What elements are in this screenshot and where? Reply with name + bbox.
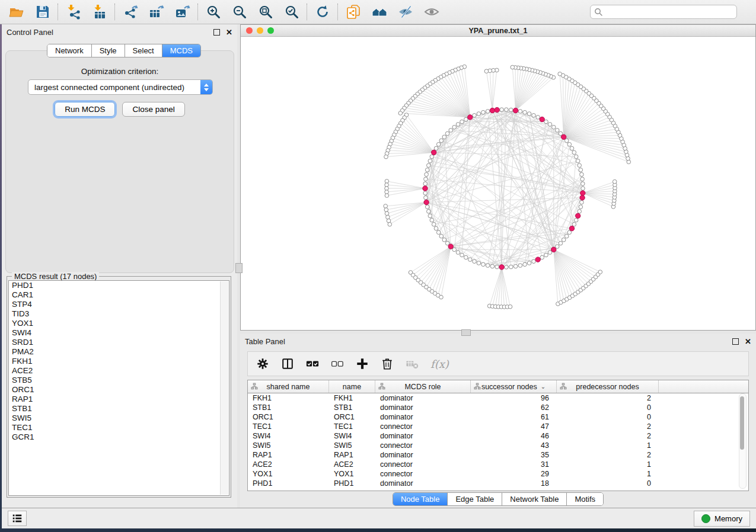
mcds-result-item[interactable]: ACE2 <box>9 366 229 376</box>
table-row[interactable]: FKH1FKH1dominator962 <box>248 393 748 403</box>
mcds-result-item[interactable]: GCR1 <box>9 432 229 442</box>
float-table-panel-icon[interactable] <box>732 338 739 345</box>
table-row[interactable]: STB1STB1dominator620 <box>248 403 748 412</box>
import-table-button[interactable] <box>89 3 110 21</box>
close-panel-icon[interactable]: ✕ <box>226 28 232 36</box>
mcds-result-item[interactable]: SRD1 <box>9 338 229 347</box>
network-canvas[interactable] <box>241 37 755 330</box>
select-all-button[interactable] <box>306 357 319 370</box>
tab-network[interactable]: Network <box>47 44 92 57</box>
table-row[interactable]: PHD1PHD1dominator180 <box>248 479 748 488</box>
tab-motifs[interactable]: Motifs <box>567 493 603 505</box>
settings-gear-icon <box>256 357 269 370</box>
settings-gear-button[interactable] <box>256 357 269 370</box>
memory-button[interactable]: Memory <box>694 511 750 527</box>
cell-shared-name: FKH1 <box>248 394 329 402</box>
zoom-selected-button[interactable] <box>281 3 302 21</box>
toggle-column-button[interactable] <box>281 357 294 370</box>
delete-table-button[interactable] <box>406 357 419 370</box>
zoom-selected-icon <box>284 4 299 20</box>
mcds-result-item[interactable]: SWI5 <box>9 414 229 423</box>
zoom-out-button[interactable] <box>229 3 250 21</box>
vertical-splitter-handle[interactable] <box>235 263 243 273</box>
network-titlebar[interactable]: YPA_prune.txt_1 <box>241 25 755 37</box>
tab-mcds[interactable]: MCDS <box>162 44 200 57</box>
run-mcds-button[interactable]: Run MCDS <box>55 102 115 117</box>
zoom-fit-button[interactable] <box>255 3 276 21</box>
column-header-shared-name[interactable]: shared name <box>248 380 329 393</box>
mcds-result-item[interactable]: RAP1 <box>9 395 229 404</box>
tab-node-table[interactable]: Node Table <box>393 493 448 505</box>
table-row[interactable]: TEC1TEC1connector472 <box>248 422 748 431</box>
cell-mcds-role: dominator <box>375 432 471 440</box>
first-neighbors-button[interactable] <box>369 3 390 21</box>
export-table-icon <box>149 4 164 20</box>
cell-mcds-role: dominator <box>375 451 471 459</box>
mcds-result-item[interactable]: ORC1 <box>9 385 229 395</box>
table-row[interactable]: RAP1RAP1dominator352 <box>248 450 748 460</box>
cell-mcds-role: dominator <box>375 394 471 402</box>
cell-mcds-role: dominator <box>375 479 471 488</box>
task-history-button[interactable] <box>8 511 27 526</box>
mcds-result-item[interactable]: TID3 <box>9 309 229 319</box>
mcds-result-item[interactable]: PHD1 <box>9 281 229 290</box>
column-header-predecessor-nodes[interactable]: predecessor nodes <box>557 380 659 393</box>
duplicate-network-icon <box>346 4 361 20</box>
table-scrollbar-thumb[interactable] <box>740 396 744 450</box>
show-all-button[interactable] <box>421 3 442 21</box>
optimization-dropdown[interactable]: largest connected component (undirected) <box>28 79 213 95</box>
hide-selected-button[interactable] <box>395 3 416 21</box>
table-row[interactable]: SWI5SWI5connector431 <box>248 441 748 450</box>
mcds-result-item[interactable]: CAR1 <box>9 290 229 300</box>
table-row[interactable]: YOX1YOX1connector291 <box>248 469 748 479</box>
node-table: shared namenameMCDS rolesuccessor nodes⌄… <box>247 380 749 491</box>
add-column-button[interactable] <box>356 357 369 370</box>
mcds-result-item[interactable]: FKH1 <box>9 357 229 366</box>
mcds-panel: Optimization criterion: largest connecte… <box>5 50 234 273</box>
table-panel-header: Table Panel ✕ <box>240 334 756 349</box>
optimization-label: Optimization criterion: <box>6 67 234 76</box>
import-network-button[interactable] <box>63 3 84 21</box>
mcds-result-item[interactable]: PMA2 <box>9 347 229 357</box>
control-tabs: NetworkStyleSelectMCDS <box>47 44 201 57</box>
close-panel-button[interactable]: Close panel <box>122 102 184 117</box>
export-network-button[interactable] <box>120 3 141 21</box>
cell-shared-name: ORC1 <box>248 413 329 421</box>
deselect-all-button[interactable] <box>331 357 344 370</box>
table-scrollbar[interactable] <box>739 393 747 489</box>
column-header-MCDS-role[interactable]: MCDS role <box>375 380 471 393</box>
float-panel-icon[interactable] <box>213 29 220 36</box>
cell-mcds-role: dominator <box>375 413 471 421</box>
mcds-result-item[interactable]: YOX1 <box>9 319 229 328</box>
mcds-result-item[interactable]: SWI4 <box>9 328 229 338</box>
tab-style[interactable]: Style <box>92 44 125 57</box>
cell-shared-name: SWI5 <box>248 441 329 450</box>
mcds-list-scrollbar[interactable] <box>220 281 228 495</box>
mcds-result-item[interactable]: STP4 <box>9 300 229 309</box>
close-table-panel-icon[interactable]: ✕ <box>745 338 751 345</box>
control-panel-header: Control Panel ✕ <box>2 24 237 40</box>
refresh-view-button[interactable] <box>312 3 333 21</box>
zoom-in-button[interactable] <box>203 3 224 21</box>
table-row[interactable]: SWI4SWI4dominator462 <box>248 431 748 441</box>
delete-column-button[interactable] <box>381 357 394 370</box>
mcds-result-item[interactable]: TEC1 <box>9 423 229 432</box>
tab-edge-table[interactable]: Edge Table <box>448 493 502 505</box>
column-header-name[interactable]: name <box>329 380 375 393</box>
tab-select[interactable]: Select <box>125 44 162 57</box>
duplicate-network-button[interactable] <box>343 3 364 21</box>
export-table-button[interactable] <box>146 3 167 21</box>
cell-predecessor-nodes: 0 <box>557 413 659 421</box>
export-image-button[interactable] <box>172 3 193 21</box>
save-session-button[interactable] <box>32 3 53 21</box>
column-header-successor-nodes[interactable]: successor nodes⌄ <box>471 380 557 393</box>
table-row[interactable]: ORC1ORC1dominator610 <box>248 412 748 422</box>
open-file-button[interactable] <box>6 3 27 21</box>
search-input[interactable] <box>590 5 737 19</box>
function-builder-button[interactable]: f(x) <box>430 358 449 370</box>
mcds-result-item[interactable]: STB1 <box>9 404 229 414</box>
mcds-result-item[interactable]: STB5 <box>9 376 229 385</box>
horizontal-splitter-handle[interactable] <box>461 329 471 336</box>
table-row[interactable]: ACE2ACE2connector311 <box>248 460 748 469</box>
tab-network-table[interactable]: Network Table <box>502 493 567 505</box>
